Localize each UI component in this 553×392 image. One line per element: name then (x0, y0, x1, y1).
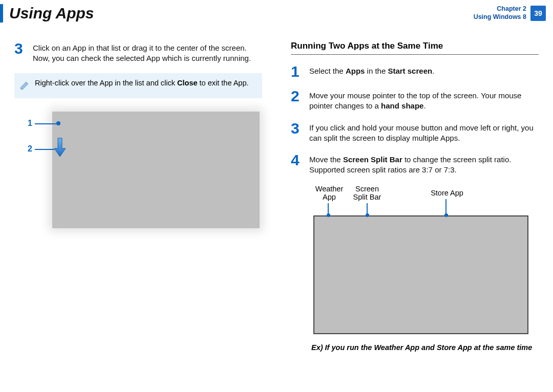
page-number-badge: 39 (530, 6, 546, 21)
right-step-1: 1 Select the Apps in the Start screen. (291, 64, 539, 79)
step-number: 4 (291, 153, 306, 176)
leader-splitbar (367, 203, 368, 214)
note-icon (19, 79, 31, 94)
label-splitbar: Screen Split Bar (349, 185, 385, 202)
section-heading: Running Two Apps at the Same Time (291, 41, 539, 51)
step-body: Select the Apps in the Start screen. (309, 64, 434, 79)
section-rule (291, 54, 539, 55)
illustration-2-box (313, 215, 528, 334)
label-store: Store App (424, 189, 470, 198)
step-body: Move the Screen Split Bar to change the … (309, 153, 539, 176)
callout-line-1 (35, 123, 57, 124)
step-body: If you click and hold your mouse button … (309, 121, 539, 144)
callout-dot-1 (56, 121, 60, 125)
callout-line-2 (35, 149, 54, 150)
illustration-1-box (52, 112, 260, 228)
arrow-down-icon (53, 137, 67, 160)
title-wrap: Using Apps (0, 4, 94, 23)
note-pre: Right-click over the App in the list and… (35, 79, 177, 87)
illustration-1: 1 2 (28, 112, 253, 228)
step-number: 3 (14, 41, 30, 64)
leader-store (445, 199, 446, 214)
illustration-2-caption: Ex) If you run the Weather App and Store… (311, 343, 539, 352)
leader-ball-weather (327, 213, 330, 217)
chapter-text: Chapter 2 Using Windows 8 (474, 5, 526, 21)
right-step-4: 4 Move the Screen Split Bar to change th… (291, 153, 539, 176)
step-body: Click on an App in that list or drag it … (33, 41, 262, 64)
step-body: Move your mouse pointer to the top of th… (309, 89, 539, 112)
note-bold: Close (177, 79, 198, 87)
illustration-2-labels: Weather App Screen Split Bar Store App (291, 185, 539, 215)
illustration-2: Weather App Screen Split Bar Store App E… (291, 185, 539, 352)
right-step-2: 2 Move your mouse pointer to the top of … (291, 89, 539, 112)
note-text: Right-click over the App in the list and… (35, 78, 249, 89)
accent-bar (0, 4, 3, 23)
chapter-block: Chapter 2 Using Windows 8 39 (474, 5, 553, 21)
content-columns: 3 Click on an App in that list or drag i… (0, 41, 553, 352)
chapter-line2: Using Windows 8 (474, 13, 526, 21)
leader-ball-store (444, 213, 448, 217)
callout-num-2: 2 (28, 144, 32, 154)
right-column: Running Two Apps at the Same Time 1 Sele… (276, 41, 553, 352)
step-number: 3 (291, 121, 306, 144)
step-number: 1 (291, 64, 306, 79)
page-header: Using Apps Chapter 2 Using Windows 8 39 (0, 0, 553, 26)
left-step-3: 3 Click on an App in that list or drag i… (14, 41, 262, 64)
step-number: 2 (291, 89, 306, 112)
page-title: Using Apps (9, 5, 94, 22)
leader-ball-splitbar (366, 213, 369, 217)
note-box: Right-click over the App in the list and… (14, 73, 262, 99)
chapter-line1: Chapter 2 (474, 5, 526, 13)
leader-weather (328, 203, 329, 214)
label-weather: Weather App (311, 185, 347, 202)
note-post: to exit the App. (198, 79, 249, 87)
right-step-3: 3 If you click and hold your mouse butto… (291, 121, 539, 144)
callout-num-1: 1 (28, 119, 32, 128)
left-column: 3 Click on an App in that list or drag i… (0, 41, 276, 352)
